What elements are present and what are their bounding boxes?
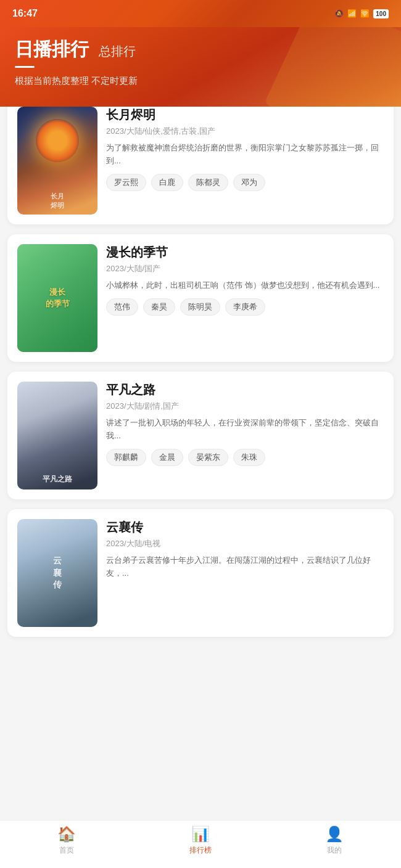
show-title-3: 平凡之路 [106, 382, 384, 398]
mine-icon: 👤 [325, 825, 344, 843]
show-desc-2: 小城桦林，此时，出租司机王响（范伟 饰）做梦也没想到，他还有机会遇到... [106, 279, 384, 292]
show-card-1[interactable]: 长月烬明 长月烬明 2023/大陆/仙侠,爱情,古装,国产 为了解救被魔神澹台烬… [7, 97, 394, 224]
show-meta-4: 2023/大陆/电视 [106, 538, 384, 549]
tag-dengwei[interactable]: 邓为 [233, 174, 265, 191]
header: 日播排行 总排行 根据当前热度整理 不定时更新 [0, 27, 401, 107]
show-tags-1: 罗云熙 白鹿 陈都灵 邓为 [106, 174, 384, 191]
tag-chenduling[interactable]: 陈都灵 [188, 174, 228, 191]
bottom-nav: 🏠 首页 📊 排行榜 👤 我的 [0, 820, 401, 868]
ranking-icon: 📊 [191, 825, 210, 843]
tag-chenminghao[interactable]: 陈明昊 [180, 298, 220, 316]
poster-1-label: 长月烬明 [51, 192, 64, 210]
card-info-3: 平凡之路 2023/大陆/剧情,国产 讲述了一批初入职场的年轻人，在行业资深前辈… [106, 382, 384, 489]
show-card-3[interactable]: 平凡之路 平凡之路 2023/大陆/剧情,国产 讲述了一批初入职场的年轻人，在行… [7, 372, 394, 499]
nav-item-ranking[interactable]: 📊 排行榜 [134, 825, 268, 856]
poster-4-label: 云襄传 [53, 555, 62, 591]
nav-item-home[interactable]: 🏠 首页 [0, 825, 134, 856]
tag-luoyunxi[interactable]: 罗云熙 [106, 174, 146, 191]
tag-jinchen[interactable]: 金晨 [151, 449, 183, 466]
poster-3: 平凡之路 [17, 382, 97, 489]
show-meta-1: 2023/大陆/仙侠,爱情,古装,国产 [106, 126, 384, 137]
poster-4: 云襄传 [17, 519, 97, 627]
card-info-1: 长月烬明 2023/大陆/仙侠,爱情,古装,国产 为了解救被魔神澹台烬统治折磨的… [106, 107, 384, 215]
poster-2: 漫长的季节 [17, 244, 97, 352]
show-desc-1: 为了解救被魔神澹台烬统治折磨的世界，衡阳宗掌门之女黎苏苏孤注一掷，回到... [106, 142, 384, 168]
status-bar: 16:47 🔕 📶 🛜 100 [0, 0, 401, 27]
header-main-title: 日播排行 [15, 37, 89, 62]
poster-1: 长月烬明 [17, 107, 97, 215]
card-info-2: 漫长的季节 2023/大陆/国产 小城桦林，此时，出租司机王响（范伟 饰）做梦也… [106, 244, 384, 352]
show-title-4: 云襄传 [106, 519, 384, 536]
tag-fanwei[interactable]: 范伟 [106, 298, 138, 316]
poster-3-label: 平凡之路 [43, 475, 72, 485]
nav-label-mine: 我的 [327, 845, 342, 856]
tag-ligengxi[interactable]: 李庚希 [225, 298, 265, 316]
poster-2-label: 漫长的季节 [46, 287, 70, 309]
tag-zhuzhu[interactable]: 朱珠 [233, 449, 265, 466]
show-meta-2: 2023/大陆/国产 [106, 263, 384, 274]
show-card-2[interactable]: 漫长的季节 漫长的季节 2023/大陆/国产 小城桦林，此时，出租司机王响（范伟… [7, 234, 394, 362]
nav-label-home: 首页 [59, 845, 74, 856]
show-title-1: 长月烬明 [106, 107, 384, 123]
header-title-row: 日播排行 总排行 [15, 37, 386, 62]
tag-bailu[interactable]: 白鹿 [151, 174, 183, 191]
status-icons: 🔕 📶 🛜 100 [334, 9, 389, 18]
wifi-icon: 🛜 [360, 9, 370, 18]
show-meta-3: 2023/大陆/剧情,国产 [106, 401, 384, 412]
show-title-2: 漫长的季节 [106, 244, 384, 261]
show-tags-2: 范伟 秦昊 陈明昊 李庚希 [106, 298, 384, 316]
show-card-4[interactable]: 云襄传 云襄传 2023/大陆/电视 云台弟子云襄苦修十年步入江湖。在闯荡江湖的… [7, 509, 394, 637]
mute-icon: 🔕 [334, 9, 344, 18]
header-desc: 根据当前热度整理 不定时更新 [15, 75, 386, 87]
nav-item-mine[interactable]: 👤 我的 [267, 825, 401, 856]
battery-indicator: 100 [373, 9, 389, 18]
nav-label-ranking: 排行榜 [189, 845, 212, 856]
header-underline [15, 66, 35, 68]
tag-guoqilin[interactable]: 郭麒麟 [106, 449, 146, 466]
home-icon: 🏠 [57, 825, 76, 843]
card-info-4: 云襄传 2023/大陆/电视 云台弟子云襄苦修十年步入江湖。在闯荡江湖的过程中，… [106, 519, 384, 627]
tag-yanzidong[interactable]: 晏紫东 [188, 449, 228, 466]
signal-icon: 📶 [347, 9, 357, 18]
header-sub-title: 总排行 [99, 43, 136, 60]
show-desc-4: 云台弟子云襄苦修十年步入江湖。在闯荡江湖的过程中，云襄结识了几位好友，... [106, 554, 384, 580]
show-tags-3: 郭麒麟 金晨 晏紫东 朱珠 [106, 449, 384, 466]
status-time: 16:47 [12, 8, 38, 19]
tag-qinhao[interactable]: 秦昊 [143, 298, 175, 316]
show-desc-3: 讲述了一批初入职场的年轻人，在行业资深前辈的带领下，坚定信念、突破自我... [106, 417, 384, 443]
content-list: 长月烬明 长月烬明 2023/大陆/仙侠,爱情,古装,国产 为了解救被魔神澹台烬… [0, 97, 401, 696]
